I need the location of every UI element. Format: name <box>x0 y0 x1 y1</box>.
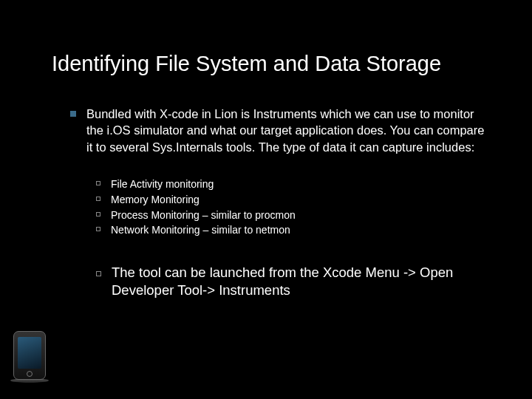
list-item: Network Monitoring – similar to netmon <box>96 223 488 237</box>
main-bullet-text: Bundled with X-code in Lion is Instrumen… <box>86 106 488 155</box>
list-item: File Activity monitoring <box>96 177 488 191</box>
slide-title: Identifying File System and Data Storage <box>52 52 488 76</box>
slide-content: Identifying File System and Data Storage… <box>0 0 532 329</box>
sub-item-text: Memory Monitoring <box>111 193 200 207</box>
hollow-square-icon <box>96 271 101 276</box>
hollow-square-icon <box>96 197 100 201</box>
sub-item-text: Process Monitoring – similar to procmon <box>111 208 296 222</box>
sub-item-text: Network Monitoring – similar to netmon <box>111 223 290 237</box>
phone-body <box>13 331 46 380</box>
sub-item-text: File Activity monitoring <box>111 177 214 191</box>
phone-screen <box>18 337 41 369</box>
launch-bullet-list: The tool can be launched from the Xcode … <box>96 264 488 299</box>
launch-text: The tool can be launched from the Xcode … <box>112 264 488 299</box>
phone-home-button <box>27 371 33 377</box>
phone-icon <box>13 331 46 383</box>
hollow-square-icon <box>96 212 100 216</box>
square-bullet-icon <box>70 111 76 117</box>
main-bullet: Bundled with X-code in Lion is Instrumen… <box>70 106 488 155</box>
sub-bullet-list: File Activity monitoring Memory Monitori… <box>96 177 488 238</box>
list-item: Memory Monitoring <box>96 193 488 207</box>
hollow-square-icon <box>96 181 100 185</box>
list-item: The tool can be launched from the Xcode … <box>96 264 488 299</box>
hollow-square-icon <box>96 227 100 231</box>
list-item: Process Monitoring – similar to procmon <box>96 208 488 222</box>
